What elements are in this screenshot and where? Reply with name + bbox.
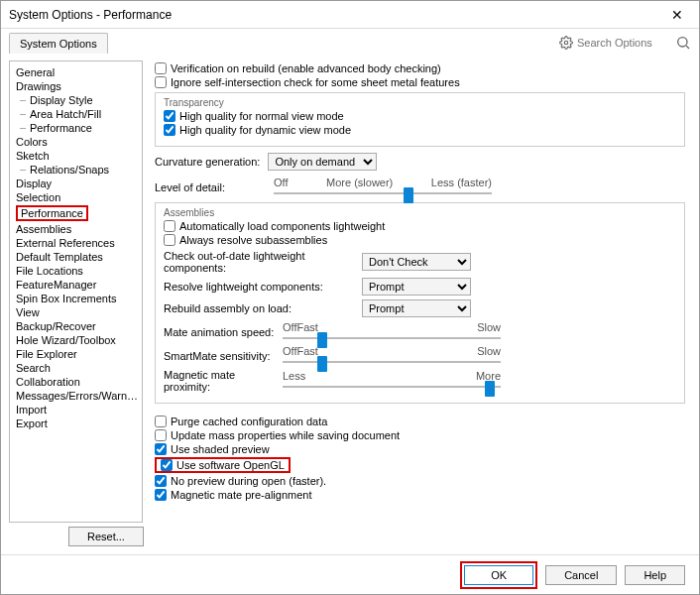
search-icon[interactable] <box>675 35 691 51</box>
smartmate-label: SmartMate sensitivity: <box>164 350 283 362</box>
tree-item[interactable]: Backup/Recover <box>14 319 142 333</box>
magmate-prealign-checkbox[interactable] <box>155 489 167 501</box>
tabs: System Options <box>9 33 108 54</box>
window-title: System Options - Performance <box>9 8 663 22</box>
tree-item[interactable]: Selection <box>14 190 142 204</box>
always-resolve-checkbox[interactable] <box>164 234 175 246</box>
tree-item[interactable]: Performance <box>14 204 142 222</box>
help-button[interactable]: Help <box>625 565 685 585</box>
resolve-lw-select[interactable]: Prompt <box>362 278 471 296</box>
ok-highlight: OK <box>460 561 537 589</box>
ok-button[interactable]: OK <box>464 565 533 585</box>
magmate-label: Magnetic mate proximity: <box>164 369 283 393</box>
tree-item[interactable]: Collaboration <box>14 375 142 389</box>
ignore-si-checkbox[interactable] <box>155 76 167 88</box>
tree-item[interactable]: Messages/Errors/Warnings <box>14 389 142 403</box>
gear-icon <box>559 36 573 50</box>
magmate-prealign-label: Magnetic mate pre-alignment <box>171 489 311 501</box>
tree-item[interactable]: View <box>14 305 142 319</box>
no-preview-label: No preview during open (faster). <box>171 475 326 487</box>
search-input[interactable] <box>577 37 671 49</box>
cancel-button[interactable]: Cancel <box>545 565 617 585</box>
curvature-gen-select[interactable]: Only on demand <box>268 153 377 171</box>
reset-button[interactable]: Reset... <box>68 527 144 546</box>
tree-item[interactable]: File Locations <box>14 264 142 278</box>
assemblies-legend: Assemblies <box>164 207 676 218</box>
tree-item[interactable]: Assemblies <box>14 222 142 236</box>
tree-item[interactable]: File Explorer <box>14 347 142 361</box>
tree-item[interactable]: Search <box>14 361 142 375</box>
transparency-legend: Transparency <box>164 97 676 108</box>
tree-item[interactable]: Display <box>14 177 142 190</box>
hq-normal-label: High quality for normal view mode <box>179 110 344 122</box>
tree-item[interactable]: Import <box>14 403 142 416</box>
tree-item[interactable]: Export <box>14 416 142 430</box>
tree-item[interactable]: Performance <box>14 121 142 135</box>
svg-point-0 <box>564 41 568 45</box>
always-resolve-label: Always resolve subassemblies <box>179 234 327 246</box>
tree-item[interactable]: General <box>14 65 142 79</box>
content-panel: Verification on rebuild (enable advanced… <box>155 60 691 523</box>
opengl-label: Use software OpenGL <box>176 459 285 471</box>
tree-item[interactable]: Default Templates <box>14 250 142 264</box>
lod-slider[interactable]: OffMore (slower)Less (faster) <box>274 177 492 198</box>
rebuild-select[interactable]: Prompt <box>362 299 471 317</box>
svg-point-1 <box>678 38 687 47</box>
close-button[interactable]: ✕ <box>663 7 691 23</box>
tree-item[interactable]: Drawings <box>14 79 142 93</box>
purge-checkbox[interactable] <box>155 416 167 427</box>
verify-rebuild-checkbox[interactable] <box>155 62 167 74</box>
category-tree[interactable]: GeneralDrawingsDisplay StyleArea Hatch/F… <box>9 60 143 523</box>
auto-lw-label: Automatically load components lightweigh… <box>179 220 385 232</box>
ignore-si-label: Ignore self-intersection check for some … <box>171 76 460 88</box>
opengl-highlight: Use software OpenGL <box>155 457 291 473</box>
resolve-lw-label: Resolve lightweight components: <box>164 281 362 293</box>
rebuild-label: Rebuild assembly on load: <box>164 302 362 314</box>
shaded-preview-label: Use shaded preview <box>171 443 270 455</box>
search-wrap <box>559 35 691 51</box>
hq-dynamic-checkbox[interactable] <box>164 124 175 136</box>
verify-rebuild-label: Verification on rebuild (enable advanced… <box>171 62 441 74</box>
mate-anim-slider[interactable]: OffFastSlow <box>283 321 501 343</box>
update-mass-label: Update mass properties while saving docu… <box>171 429 400 441</box>
curvature-gen-label: Curvature generation: <box>155 156 260 168</box>
transparency-group: Transparency High quality for normal vie… <box>155 92 685 147</box>
tree-item[interactable]: External References <box>14 236 142 250</box>
assemblies-group: Assemblies Automatically load components… <box>155 202 685 404</box>
check-ood-select[interactable]: Don't Check <box>362 253 471 271</box>
tree-item[interactable]: Spin Box Increments <box>14 292 142 305</box>
tree-item[interactable]: Hole Wizard/Toolbox <box>14 333 142 347</box>
tree-item[interactable]: Relations/Snaps <box>14 163 142 177</box>
update-mass-checkbox[interactable] <box>155 429 167 441</box>
smartmate-slider[interactable]: OffFastSlow <box>283 345 501 367</box>
mate-anim-label: Mate animation speed: <box>164 326 283 338</box>
tree-item[interactable]: Sketch <box>14 149 142 163</box>
tree-item[interactable]: Area Hatch/Fill <box>14 107 142 121</box>
tree-item[interactable]: Display Style <box>14 93 142 107</box>
footer: OK Cancel Help <box>1 554 699 594</box>
top-row: System Options <box>1 29 699 57</box>
tree-item[interactable]: Colors <box>14 135 142 149</box>
svg-line-2 <box>686 46 689 49</box>
check-ood-label: Check out-of-date lightweight components… <box>164 250 362 274</box>
purge-label: Purge cached configuration data <box>171 416 327 427</box>
magmate-slider[interactable]: LessMore <box>283 370 501 392</box>
title-bar: System Options - Performance ✕ <box>1 1 699 29</box>
auto-lw-checkbox[interactable] <box>164 220 175 232</box>
no-preview-checkbox[interactable] <box>155 475 167 487</box>
shaded-preview-checkbox[interactable] <box>155 443 167 455</box>
opengl-checkbox[interactable] <box>161 459 173 471</box>
hq-dynamic-label: High quality for dynamic view mode <box>179 124 351 136</box>
hq-normal-checkbox[interactable] <box>164 110 175 122</box>
lod-label: Level of detail: <box>155 181 274 193</box>
tree-item[interactable]: FeatureManager <box>14 278 142 292</box>
tab-system-options[interactable]: System Options <box>9 33 108 54</box>
